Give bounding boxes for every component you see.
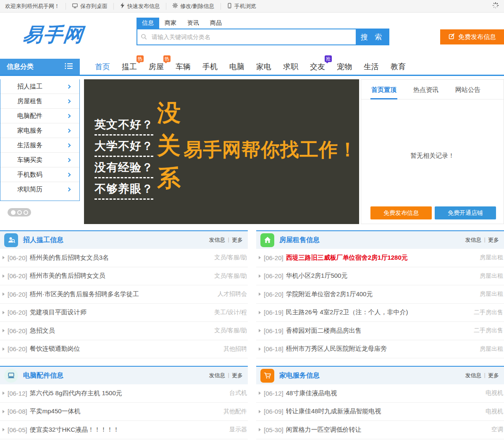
category-link[interactable]: 房屋出租 [475,290,503,298]
listing-link[interactable]: 第六代i5 8g四代内存主机 1500元 [30,389,122,397]
category-link[interactable]: 房屋出租 [475,272,503,280]
listing-link[interactable]: 民主路26号 4室2厅2卫（注：个人，非中介) [286,308,408,316]
sidebar-item-vehicle[interactable]: 车辆买卖 [0,153,79,167]
tab-hot-news[interactable]: 热点资讯 [412,80,439,99]
free-publish-button[interactable]: 免费发布信息 [370,206,432,219]
more-link[interactable]: 更多 [232,372,243,379]
more-link[interactable]: 更多 [488,372,499,379]
category-link[interactable]: 电视机 [481,408,503,415]
listing-link[interactable]: 急招文员 [30,327,55,335]
save-to-desktop-link[interactable]: 保存到桌面 [66,3,113,10]
nav-item-phones[interactable]: 手机 [197,62,223,72]
list-item: [06-20]梧州美的售后招聘女文员3名文员/客服/助 [0,249,248,267]
post-info-link[interactable]: 发信息 [465,236,482,244]
sidebar-item-housing[interactable]: 房屋租售 [0,94,79,109]
search-tab-goods[interactable]: 商品 [205,18,227,29]
nav-item-education[interactable]: 教育 [385,62,412,72]
sidebar-item-digital[interactable]: 手机数码 [0,167,79,182]
nav-item-pets[interactable]: 宠物 [331,62,358,72]
mobile-browse-link[interactable]: 手机浏览 [220,3,262,10]
sidebar-item-appliance[interactable]: 家电服务 [0,123,79,138]
arrow-icon [259,311,261,314]
carousel-dot[interactable] [17,210,22,215]
nav-item-housing[interactable]: 房屋热 [143,62,170,72]
quick-post-link[interactable]: 快速发布信息 [113,3,166,10]
list-item: [06-12]48寸康佳液晶电视电视机 [256,384,504,403]
sidebar-item-computer[interactable]: 电脑配件 [0,109,79,123]
list-item: [05-30]闲置格力一匹空调低价转让空调 [256,421,504,439]
category-link[interactable]: 房屋出租 [475,254,503,261]
search-tab-info[interactable]: 信息 [136,18,159,29]
category-link[interactable]: 二手房出售 [470,327,503,334]
open-shop-button[interactable]: 免费开通店铺 [435,206,496,219]
more-link[interactable]: 更多 [232,236,243,244]
arrow-icon [3,292,5,296]
nav-item-life[interactable]: 生活 [358,62,385,72]
listing-link[interactable]: 华机小区2房1厅500元 [286,272,348,280]
post-info-link[interactable]: 发信息 [209,372,226,379]
carousel-dot[interactable] [24,210,28,215]
grab-badge: 抢 [325,55,332,62]
listing-link[interactable]: 闲置格力一匹空调低价转让 [286,426,362,434]
banner-question: 英文不好？ [94,117,153,136]
listing-link[interactable]: 梧州·市区美的售后服务招聘多名学徒工 [30,290,139,298]
sidebar-item-life-service[interactable]: 生活服务 [0,138,79,153]
listing-link[interactable]: 香樟园对面二楼商品房出售 [286,327,362,335]
nav-item-computers[interactable]: 电脑 [223,62,250,72]
chevron-right-icon [67,158,71,162]
listing-link[interactable]: 餐饮连锁通勤岗位 [30,345,80,353]
post-info-link[interactable]: 发信息 [209,236,226,244]
category-link[interactable]: 文员/客服/助 [210,272,247,280]
search-tab-merchant[interactable]: 商家 [159,18,182,29]
listing-link[interactable]: 党建项目平面设计师 [30,308,87,316]
more-link[interactable]: 更多 [488,236,499,244]
chevron-right-icon [67,188,71,192]
nav-item-appliances[interactable]: 家电 [250,62,277,72]
category-link[interactable]: 文员/客服/助 [210,254,247,261]
listing-link[interactable]: 平卖mp450一体机 [30,407,81,415]
chevron-right-icon [67,99,71,103]
main-nav-band: 信息分类 首页 揾工热 房屋热 车辆 手机 电脑 家电 求职 交友抢 宠物 生活… [0,59,504,76]
free-post-button[interactable]: 免费发布信息 [440,29,504,44]
carousel-dot[interactable] [11,210,16,215]
listing-link[interactable]: 转让康佳48吋九成新液晶智能电视 [286,407,381,415]
list-item: [06-08]平卖mp450一体机其他配件 [0,403,248,421]
category-link[interactable]: 房屋出租 [475,345,503,353]
category-link[interactable]: 人才招聘会 [213,290,247,298]
nav-item-vehicles[interactable]: 车辆 [170,62,197,72]
listing-link[interactable]: 便宜卖32寸HKC液晶！！！！！ [30,426,119,434]
list-item: [06-20]西堤三路旧三威板厂单位宿舍2房1厅1280元房屋出租 [256,249,504,267]
search-input[interactable] [136,29,356,45]
nav-item-job-seeking[interactable]: 求职 [277,62,304,72]
listing-link[interactable]: 梧州市美的售后招聘女文员 [30,272,105,280]
sidebar-item-resume[interactable]: 求职简历 [0,182,79,197]
search-tab-news[interactable]: 资讯 [182,18,205,29]
category-link[interactable]: 显示器 [225,426,247,433]
listing-link-highlighted[interactable]: 西堤三路旧三威板厂单位宿舍2房1厅1280元 [286,254,408,262]
category-link[interactable]: 台式机 [225,389,247,397]
category-panel-header[interactable]: 信息分类 [0,59,80,75]
category-link[interactable]: 二手房出售 [470,309,503,316]
category-link[interactable]: 空调 [487,426,503,433]
nav-item-friends[interactable]: 交友抢 [304,62,331,72]
listing-link[interactable]: 学院附近单位宿舍2房1厅400元 [286,290,373,298]
post-info-link[interactable]: 发信息 [465,372,482,379]
nav-item-home[interactable]: 首页 [89,62,116,72]
hero-banner[interactable]: 英文不好？ 大学不好？ 没有经验？ 不够养眼？ 没 关 系 易手网帮你找工作！ [84,79,359,224]
listing-link[interactable]: 梧州市万秀区人民医院附近龙母庙旁 [286,345,387,353]
category-link[interactable]: 其他招聘 [219,345,247,353]
arrow-icon [259,274,261,278]
search-button[interactable]: 搜 索 [356,29,389,45]
category-link[interactable]: 文员/客服/助 [210,327,247,334]
nav-item-jobs[interactable]: 揾工热 [116,62,143,72]
tab-site-notice[interactable]: 网站公告 [454,80,481,99]
category-link[interactable]: 其他配件 [219,408,247,415]
listing-link[interactable]: 梧州美的售后招聘女文员3名 [30,254,109,262]
category-link[interactable]: 电视机 [481,389,503,397]
listing-link[interactable]: 48寸康佳液晶电视 [286,389,337,397]
edit-delete-link[interactable]: 修改/删除信息 [166,3,220,10]
site-logo[interactable]: 易手网 [22,22,85,48]
tab-home-top[interactable]: 首页置顶 [370,80,397,99]
category-link[interactable]: 美工/设计/程 [210,309,247,316]
sidebar-item-jobs[interactable]: 招人揾工 [0,79,79,94]
